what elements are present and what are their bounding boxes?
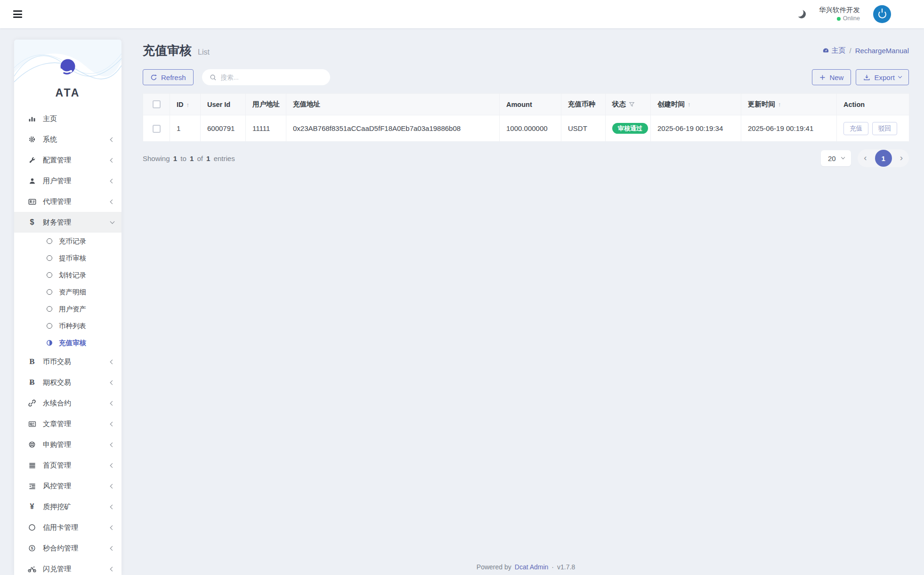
sidebar-menu: 主页系统配置管理用户管理代理管理$财务管理充币记录提币审核划转记录资产明细用户资… xyxy=(14,108,122,575)
sidebar-item[interactable]: 配置管理 xyxy=(14,150,122,170)
column-header: 创建时间↑ xyxy=(651,94,741,115)
sidebar-item-label: 风控管理 xyxy=(43,482,111,491)
sort-arrow-icon[interactable]: ↑ xyxy=(778,101,781,108)
user-info[interactable]: 华兴软件开发 Online xyxy=(819,6,860,23)
sidebar-item-label: 财务管理 xyxy=(43,218,111,227)
sidebar-item-label: 申购管理 xyxy=(43,440,111,449)
sidebar-subitem[interactable]: 资产明细 xyxy=(14,283,122,300)
sidebar-subitem[interactable]: 币种列表 xyxy=(14,317,122,334)
prev-page-icon[interactable]: ‹ xyxy=(864,153,867,163)
row-checkbox[interactable] xyxy=(153,125,161,133)
new-button[interactable]: New xyxy=(812,69,851,85)
dark-mode-icon[interactable] xyxy=(797,10,806,18)
sidebar-item-label: 系统 xyxy=(43,135,111,144)
circle-icon xyxy=(46,255,53,261)
letter-b-icon: B xyxy=(27,357,37,366)
sidebar-item[interactable]: 信用卡管理 xyxy=(14,517,122,538)
chevron-left-icon xyxy=(110,504,115,509)
cell-status: 审核通过 xyxy=(606,115,651,142)
page-number[interactable]: 1 xyxy=(875,150,892,167)
sidebar-subitem[interactable]: 提币审核 xyxy=(14,250,122,267)
sidebar-subitem[interactable]: 充币记录 xyxy=(14,233,122,250)
sidebar-item-label: 文章管理 xyxy=(43,420,111,429)
column-header: 充值地址 xyxy=(286,94,500,115)
sidebar-subitem[interactable]: 充值审核 xyxy=(14,334,122,351)
sort-arrow-icon[interactable]: ↑ xyxy=(688,101,691,108)
select-all-checkbox[interactable] xyxy=(153,100,161,108)
svg-text:5: 5 xyxy=(31,546,33,551)
page-footer: Powered by Dcat Admin · v1.7.8 xyxy=(143,563,909,571)
chevron-left-icon xyxy=(110,137,115,142)
plus-icon xyxy=(819,74,826,81)
dollar-icon: $ xyxy=(27,218,37,227)
entries-summary: Showing 1 to 1 of 1 entries xyxy=(143,154,235,162)
sidebar-item-label: 币币交易 xyxy=(43,357,111,366)
sidebar-item[interactable]: 首页管理 xyxy=(14,455,122,476)
menu-toggle-icon[interactable] xyxy=(11,8,24,21)
sidebar-item[interactable]: 用户管理 xyxy=(14,170,122,191)
five-icon: 5 xyxy=(27,544,37,552)
sidebar-item[interactable]: 风控管理 xyxy=(14,476,122,496)
user-avatar[interactable] xyxy=(873,5,891,23)
sidebar-item-label: 期权交易 xyxy=(43,378,111,387)
recharge-action-button[interactable]: 充值 xyxy=(843,122,868,135)
sidebar-item-label: 信用卡管理 xyxy=(43,523,111,532)
sidebar-item[interactable]: 申购管理 xyxy=(14,434,122,455)
sidebar-item[interactable]: Ƀ期权交易 xyxy=(14,372,122,393)
user-status: Online xyxy=(843,15,860,23)
sidebar-subitem[interactable]: 划转记录 xyxy=(14,267,122,283)
cell-recharge-address: 0x23AB768f8351aCCaaD5fF18A0Eb7a03a19886b… xyxy=(286,115,500,142)
column-label: 更新时间 xyxy=(748,100,775,108)
breadcrumb-current-link[interactable]: RechargeManual xyxy=(855,47,909,55)
sidebar-item[interactable]: B币币交易 xyxy=(14,351,122,372)
sidebar-item[interactable]: 闪兑管理 xyxy=(14,559,122,575)
sidebar-subitem[interactable]: 用户资产 xyxy=(14,300,122,317)
gear-icon xyxy=(27,136,37,143)
search-box xyxy=(202,69,330,85)
sidebar-subitem-label: 币种列表 xyxy=(59,322,86,331)
sort-arrow-icon[interactable]: ↑ xyxy=(186,101,190,108)
next-page-icon[interactable]: › xyxy=(900,153,903,163)
refresh-button[interactable]: Refresh xyxy=(143,69,194,85)
chevron-left-icon xyxy=(110,421,115,426)
sidebar-item-label: 秒合约管理 xyxy=(43,544,111,553)
sidebar-item[interactable]: ¥质押挖矿 xyxy=(14,496,122,517)
sidebar-item[interactable]: 永续合约 xyxy=(14,393,122,413)
chevron-down-icon xyxy=(110,219,115,224)
sidebar-item[interactable]: 代理管理 xyxy=(14,191,122,212)
circle-icon xyxy=(46,272,53,278)
motorcycle-icon xyxy=(27,565,37,573)
sidebar-item-label: 配置管理 xyxy=(43,156,111,165)
bitcoin-icon: Ƀ xyxy=(27,378,37,387)
pagination: ‹ 1 › xyxy=(858,149,909,167)
search-icon xyxy=(210,74,217,81)
cell-updated-at: 2025-06-19 00:19:41 xyxy=(741,115,837,142)
export-button[interactable]: Export xyxy=(856,69,909,85)
sidebar-item[interactable]: 主页 xyxy=(14,108,122,129)
reject-action-button[interactable]: 驳回 xyxy=(872,122,897,135)
app-logo[interactable] xyxy=(57,57,79,79)
chart-bar-icon xyxy=(27,115,37,122)
search-input[interactable] xyxy=(221,74,323,81)
breadcrumb-separator: / xyxy=(850,47,851,55)
chevron-left-icon xyxy=(110,178,115,183)
page-size-select[interactable]: 20 xyxy=(821,150,851,166)
sidebar-item[interactable]: 5秒合约管理 xyxy=(14,538,122,559)
table-row: 16000791111110x23AB768f8351aCCaaD5fF18A0… xyxy=(143,115,909,142)
filter-icon[interactable] xyxy=(626,100,635,108)
sidebar-item[interactable]: 系统 xyxy=(14,129,122,150)
column-label: 充值地址 xyxy=(293,100,320,108)
newspaper-icon xyxy=(27,420,37,428)
dcat-admin-link[interactable]: Dcat Admin xyxy=(515,563,549,571)
breadcrumb-home-link[interactable]: 主页 xyxy=(822,46,846,55)
cell-user-address: 11111 xyxy=(246,115,286,142)
cell-user-id: 6000791 xyxy=(201,115,246,142)
sidebar-item[interactable]: $财务管理 xyxy=(14,212,122,233)
version-label: v1.7.8 xyxy=(557,563,575,571)
cell-coin: USDT xyxy=(561,115,606,142)
sidebar-item-label: 主页 xyxy=(43,114,114,123)
chevron-left-icon xyxy=(110,380,115,385)
chevron-left-icon xyxy=(110,401,115,405)
sidebar-logo-area: ATA xyxy=(14,40,122,108)
sidebar-item[interactable]: 文章管理 xyxy=(14,413,122,434)
